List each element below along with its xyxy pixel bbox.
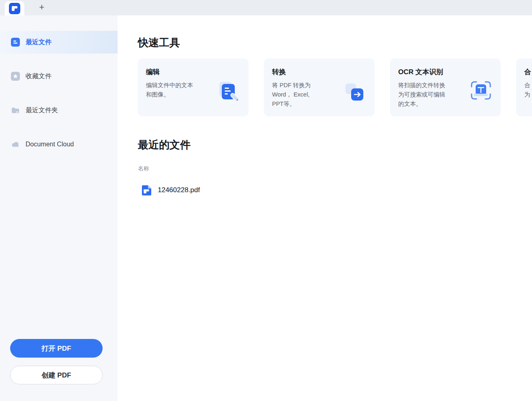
tool-card-combine[interactable]: 合 合 为 [516, 58, 532, 116]
star-icon [11, 72, 20, 81]
pdf-file-icon [141, 185, 152, 196]
sidebar-item-label: 收藏文件 [26, 72, 51, 81]
open-pdf-button[interactable]: 打开 PDF [10, 339, 103, 358]
file-name: 12460228.pdf [158, 186, 200, 194]
sidebar-item-label: 最近文件夹 [26, 106, 58, 115]
folder-icon [11, 106, 20, 115]
main-content: 快速工具 编辑 编辑文件中的文本 和图像。 转换 [118, 15, 532, 401]
card-title: 转换 [272, 67, 367, 77]
tool-card-ocr[interactable]: OCR 文本识别 将扫描的文件转换 为可搜索或可编辑 的文本。 [390, 58, 501, 116]
tool-card-edit[interactable]: 编辑 编辑文件中的文本 和图像。 [138, 58, 249, 116]
sidebar-item-label: 最近文件 [26, 38, 51, 47]
app-tab[interactable] [5, 1, 24, 15]
quick-tools-title: 快速工具 [138, 36, 532, 49]
card-description: 编辑文件中的文本 和图像。 [146, 81, 213, 99]
cloud-icon [11, 140, 20, 149]
edit-document-icon [218, 80, 240, 103]
recent-files-icon [11, 38, 20, 47]
recent-files-table-header: 名称 最后修改时间 [138, 165, 532, 172]
file-row[interactable]: 12460228.pdf 更早 [138, 182, 532, 198]
name-column-header: 名称 [138, 165, 532, 172]
card-title: OCR 文本识别 [398, 67, 493, 77]
sidebar-item-recent-files[interactable]: 最近文件 [0, 31, 118, 54]
tab-bar: + [0, 0, 532, 15]
card-description: 将 PDF 转换为 Word， Excel, PPT等。 [272, 81, 339, 109]
card-title: 合 [524, 67, 532, 77]
quick-tools-cards: 编辑 编辑文件中的文本 和图像。 转换 将 PDF 转换为 Word， Exce [138, 58, 532, 116]
card-description: 将扫描的文件转换 为可搜索或可编辑 的文本。 [398, 81, 465, 109]
ocr-scan-icon [470, 80, 492, 101]
sidebar: 最近文件 收藏文件 最近文件夹 [0, 15, 118, 401]
tool-card-convert[interactable]: 转换 将 PDF 转换为 Word， Excel, PPT等。 [264, 58, 375, 116]
app-logo-icon [9, 3, 20, 14]
sidebar-item-label: Document Cloud [26, 141, 74, 148]
create-pdf-button[interactable]: 创建 PDF [10, 366, 103, 384]
new-tab-button[interactable]: + [37, 3, 46, 12]
sidebar-item-recent-folders[interactable]: 最近文件夹 [0, 99, 118, 122]
recent-files-title: 最近的文件 [138, 138, 532, 152]
sidebar-item-starred-files[interactable]: 收藏文件 [0, 65, 118, 88]
card-title: 编辑 [146, 67, 240, 77]
sidebar-item-document-cloud[interactable]: Document Cloud [0, 133, 118, 156]
card-description: 合 为 [524, 81, 532, 99]
convert-arrow-icon [344, 80, 366, 103]
